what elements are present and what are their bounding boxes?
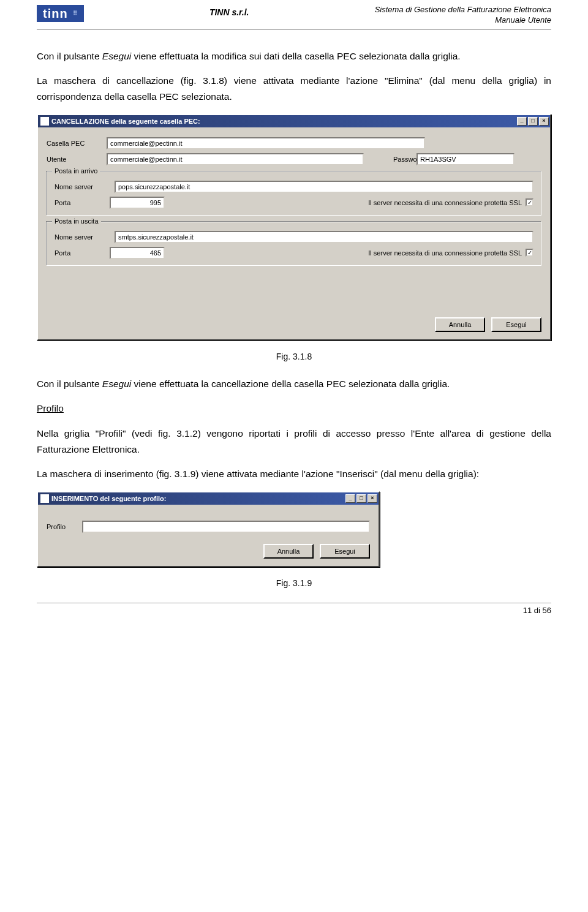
input-password[interactable]: RH1A3SGV	[417, 153, 514, 165]
input-porta-out[interactable]: 465	[110, 247, 165, 259]
doc-title-block: Sistema di Gestione della Fatturazione E…	[375, 5, 551, 26]
page-header: tinn ⠿ TINN s.r.l. Sistema di Gestione d…	[37, 0, 551, 30]
paragraph-2: La maschera di cancellazione (fig. 3.1.8…	[37, 73, 551, 105]
fieldset-title-arrivo: Posta in arrivo	[52, 167, 100, 175]
input-casella-pec[interactable]: commerciale@pectinn.it	[107, 137, 425, 149]
input-porta-in[interactable]: 995	[110, 197, 165, 209]
paragraph-5: La maschera di inserimento (fig. 3.1.9) …	[37, 466, 551, 482]
label-password: Password	[369, 156, 412, 163]
heading-profilo: Profilo	[37, 401, 551, 416]
maximize-button[interactable]: □	[528, 117, 538, 126]
close-button-2[interactable]: ×	[368, 494, 377, 503]
label-casella-pec: Casella PEC	[47, 140, 102, 147]
maximize-button-2[interactable]: □	[356, 494, 366, 503]
dialog-inserimento: INSERIMENTO del seguente profilo: _ □ × …	[37, 491, 380, 567]
esegui-em: Esegui	[102, 51, 131, 61]
logo-text: tinn	[43, 7, 68, 21]
input-utente[interactable]: commerciale@pectinn.it	[107, 153, 364, 165]
esegui-button[interactable]: Esegui	[491, 317, 541, 332]
paragraph-4: Nella griglia "Profili" (vedi fig. 3.1.2…	[37, 426, 551, 458]
paragraph-1: Con il pulsante Esegui viene effettuata …	[37, 48, 551, 64]
minimize-button-2[interactable]: _	[345, 494, 355, 503]
label-profilo: Profilo	[47, 523, 77, 530]
titlebar[interactable]: CANCELLAZIONE della seguente casella PEC…	[38, 115, 550, 127]
logo: tinn ⠿	[37, 5, 84, 22]
label-nome-server-out: Nome server	[55, 233, 110, 241]
esegui-button-2[interactable]: Esegui	[320, 544, 370, 559]
checkbox-ssl-in[interactable]: ✓	[526, 198, 533, 206]
titlebar-2[interactable]: INSERIMENTO del seguente profilo: _ □ ×	[38, 492, 379, 505]
label-utente: Utente	[47, 156, 102, 163]
window-icon	[40, 117, 49, 126]
esegui-em-2: Esegui	[102, 379, 131, 389]
label-porta-in: Porta	[55, 199, 110, 206]
checkbox-ssl-out[interactable]: ✓	[526, 249, 533, 257]
doc-title: Sistema di Gestione della Fatturazione E…	[375, 5, 551, 15]
window-title-2: INSERIMENTO del seguente profilo:	[51, 495, 345, 502]
annulla-button-2[interactable]: Annulla	[263, 544, 314, 559]
close-button[interactable]: ×	[539, 117, 549, 126]
label-porta-out: Porta	[55, 249, 110, 257]
label-ssl-out: Il server necessita di una connessione p…	[165, 249, 526, 257]
fieldset-title-uscita: Posta in uscita	[52, 217, 101, 225]
paragraph-3: Con il pulsante Esegui viene effettuata …	[37, 376, 551, 392]
page-footer: 11 di 56	[37, 603, 551, 615]
window-icon-2	[40, 494, 49, 503]
input-server-in[interactable]: pops.sicurezzapostale.it	[115, 181, 533, 193]
input-profilo[interactable]	[82, 521, 370, 533]
label-nome-server-in: Nome server	[55, 183, 110, 190]
company-name: TINN s.r.l.	[84, 5, 375, 17]
logo-dots-icon: ⠿	[73, 12, 78, 15]
annulla-button[interactable]: Annulla	[435, 317, 485, 332]
page-number: 11 di 56	[523, 606, 551, 615]
minimize-button[interactable]: _	[517, 117, 527, 126]
doc-subtitle: Manuale Utente	[375, 15, 551, 26]
input-server-out[interactable]: smtps.sicurezzapostale.it	[115, 231, 533, 243]
window-title: CANCELLAZIONE della seguente casella PEC…	[51, 118, 517, 125]
label-ssl-in: Il server necessita di una connessione p…	[165, 199, 526, 206]
fieldset-posta-uscita: Posta in uscita Nome server smtps.sicure…	[47, 222, 541, 266]
figure-caption-1: Fig. 3.1.8	[37, 352, 551, 361]
fieldset-posta-arrivo: Posta in arrivo Nome server pops.sicurez…	[47, 171, 541, 216]
figure-caption-2: Fig. 3.1.9	[37, 578, 551, 588]
dialog-cancellazione: CANCELLAZIONE della seguente casella PEC…	[37, 114, 551, 341]
